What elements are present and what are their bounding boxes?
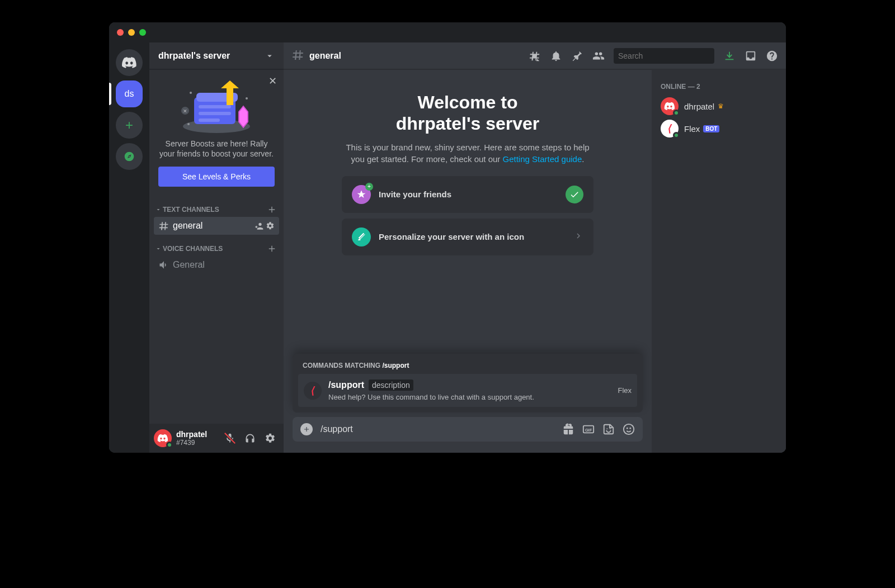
channel-name: General — [173, 260, 275, 270]
svg-text:GIF: GIF — [585, 428, 592, 433]
main-content: general We — [284, 42, 786, 453]
inbox-icon[interactable] — [745, 50, 757, 62]
mute-button[interactable] — [221, 429, 239, 447]
command-subtitle: Need help? Use this command to live chat… — [328, 393, 611, 401]
gif-icon[interactable]: GIF — [582, 423, 595, 435]
message-input[interactable] — [321, 424, 554, 434]
status-online-icon — [673, 110, 680, 116]
svg-point-9 — [190, 92, 192, 94]
user-settings-button[interactable] — [261, 429, 279, 447]
svg-rect-3 — [199, 112, 231, 115]
status-online-icon — [673, 132, 680, 139]
card-invite-friends[interactable]: + Invite your friends — [342, 176, 593, 213]
svg-rect-2 — [199, 105, 231, 108]
boost-artwork: ✕ — [158, 78, 275, 134]
avatar[interactable] — [154, 429, 172, 447]
svg-point-16 — [624, 424, 634, 434]
sticker-icon[interactable] — [602, 423, 615, 435]
command-source: Flex — [618, 386, 632, 395]
app-window: ds + dhrpatel's server ✕ — [109, 22, 786, 453]
member-name: Flex — [684, 124, 700, 134]
hash-icon — [291, 48, 305, 64]
server-header[interactable]: dhrpatel's server — [149, 42, 284, 69]
gear-icon — [265, 433, 276, 444]
speaker-icon — [158, 259, 169, 271]
add-channel-button[interactable] — [267, 244, 277, 254]
attach-button[interactable] — [300, 423, 313, 435]
bell-icon[interactable] — [550, 50, 562, 62]
explore-servers-button[interactable] — [116, 143, 143, 170]
member-dhrpatel[interactable]: dhrpatel ♛ — [656, 95, 781, 117]
svg-point-14 — [606, 428, 607, 429]
inbox-download-icon[interactable] — [723, 50, 736, 62]
maximize-window-button[interactable] — [139, 29, 146, 36]
search-box[interactable] — [614, 48, 714, 64]
command-name: /support — [328, 380, 364, 390]
gift-icon[interactable] — [562, 423, 574, 435]
username: dhrpatel — [176, 430, 216, 439]
command-description-tag: description — [369, 380, 413, 391]
voice-channel-general[interactable]: General — [154, 256, 279, 274]
channel-general[interactable]: general — [154, 217, 279, 235]
traffic-lights — [117, 29, 146, 36]
active-guild-indicator — [109, 83, 111, 105]
card-label: Personalize your server with an icon — [379, 232, 566, 241]
close-window-button[interactable] — [117, 29, 124, 36]
svg-text:✕: ✕ — [183, 108, 187, 114]
server-name: dhrpatel's server — [158, 51, 230, 61]
category-text-channels[interactable]: Text Channels — [154, 196, 279, 217]
pin-icon[interactable] — [571, 50, 583, 62]
svg-point-18 — [629, 428, 631, 429]
discord-logo-icon — [121, 55, 137, 70]
minimize-window-button[interactable] — [128, 29, 135, 36]
channel-sidebar: dhrpatel's server ✕ ✕ — [149, 42, 284, 453]
boost-promo-text: Server Boosts are here! Rally your frien… — [158, 139, 275, 159]
gear-icon[interactable] — [266, 221, 275, 230]
bot-tag: BOT — [703, 125, 719, 132]
category-label: Voice Channels — [163, 245, 223, 253]
emoji-icon[interactable] — [623, 423, 635, 435]
add-channel-button[interactable] — [267, 205, 277, 215]
user-info[interactable]: dhrpatel #7439 — [176, 430, 216, 447]
titlebar — [109, 22, 786, 42]
member-name: dhrpatel — [684, 102, 714, 111]
member-flex-bot[interactable]: ⟨ Flex BOT — [656, 117, 781, 140]
search-input[interactable] — [618, 51, 716, 60]
getting-started-link[interactable]: Getting Started guide — [503, 154, 582, 164]
invite-icon[interactable] — [255, 221, 263, 230]
card-personalize-server[interactable]: Personalize your server with an icon — [342, 219, 593, 255]
channel-title: general — [309, 51, 524, 61]
boost-perks-button[interactable]: See Levels & Perks — [158, 167, 275, 187]
chat-area: Welcome todhrpatel's server This is your… — [284, 69, 652, 453]
help-icon[interactable] — [766, 50, 778, 62]
autocomplete-item[interactable]: ⟨ /support description Need help? Use th… — [298, 374, 637, 407]
autocomplete-header: COMMANDS MATCHING /support — [298, 359, 637, 374]
home-button[interactable] — [116, 49, 143, 76]
command-autocomplete: COMMANDS MATCHING /support ⟨ /support de… — [293, 354, 643, 412]
deafen-button[interactable] — [241, 429, 259, 447]
threads-icon[interactable] — [529, 50, 541, 62]
members-icon[interactable] — [592, 50, 605, 62]
category-voice-channels[interactable]: Voice Channels — [154, 235, 279, 256]
svg-marker-6 — [239, 106, 248, 127]
welcome-title: Welcome todhrpatel's server — [396, 92, 540, 135]
chevron-down-icon — [265, 51, 275, 61]
invite-icon: + — [352, 185, 371, 204]
svg-point-17 — [626, 428, 628, 429]
svg-point-15 — [610, 428, 611, 429]
guild-rail: ds + — [109, 42, 149, 453]
add-server-button[interactable]: + — [116, 112, 143, 139]
member-list: Online — 2 dhrpatel ♛ ⟨ Flex BOT — [652, 69, 786, 453]
brush-icon — [352, 227, 371, 246]
hash-icon — [158, 220, 169, 231]
welcome-subtitle: This is your brand new, shiny server. He… — [345, 141, 591, 165]
svg-point-11 — [187, 123, 190, 125]
owner-crown-icon: ♛ — [718, 102, 724, 110]
guild-dhrpatel-server[interactable]: ds — [116, 80, 143, 107]
channel-name: general — [173, 221, 251, 231]
close-icon[interactable]: ✕ — [268, 75, 277, 87]
channel-toolbar: general — [284, 42, 786, 69]
svg-rect-4 — [199, 118, 220, 122]
user-tag: #7439 — [176, 439, 216, 447]
check-icon — [566, 186, 583, 203]
